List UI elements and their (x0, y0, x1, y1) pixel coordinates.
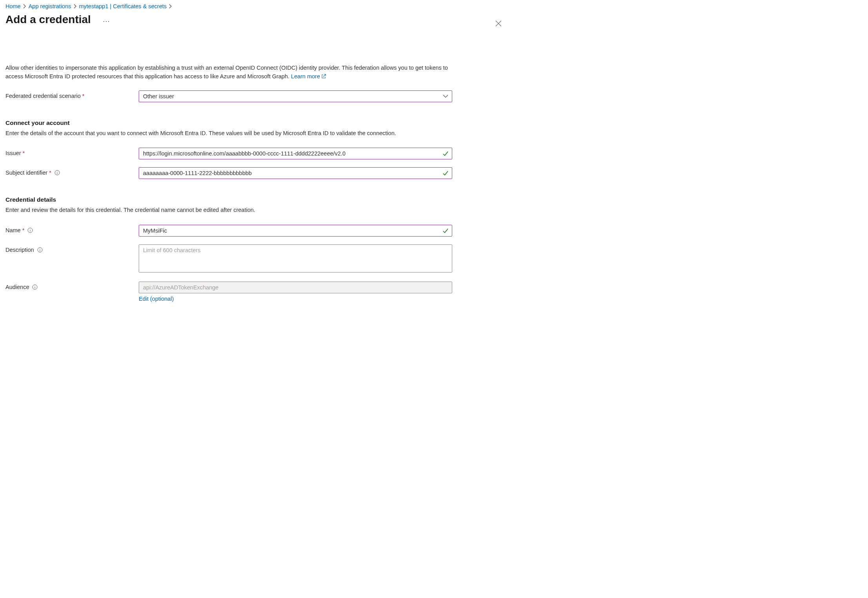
page-title: Add a credential (5, 13, 91, 26)
issuer-input[interactable] (139, 148, 452, 159)
svg-point-8 (40, 248, 40, 249)
chevron-right-icon (74, 4, 77, 9)
name-input[interactable] (139, 225, 452, 237)
breadcrumb-certificates-secrets[interactable]: mytestapp1 | Certificates & secrets (79, 3, 167, 9)
svg-point-5 (30, 229, 31, 229)
subject-identifier-input[interactable] (139, 167, 452, 179)
chevron-right-icon (169, 4, 172, 9)
audience-input (139, 282, 452, 293)
info-icon[interactable] (37, 247, 43, 253)
breadcrumb: Home App registrations mytestapp1 | Cert… (5, 3, 504, 9)
chevron-right-icon (23, 4, 26, 9)
info-icon[interactable] (54, 170, 60, 175)
issuer-label: Issuer (5, 150, 21, 156)
required-indicator: * (23, 150, 25, 156)
name-label: Name (5, 227, 21, 233)
audience-label: Audience (5, 284, 29, 290)
breadcrumb-home[interactable]: Home (5, 3, 21, 9)
scenario-select[interactable]: Other issuer (139, 90, 452, 102)
learn-more-link[interactable]: Learn more (291, 73, 326, 79)
required-indicator: * (49, 170, 51, 176)
description-input[interactable] (139, 244, 452, 273)
learn-more-label: Learn more (291, 73, 320, 79)
section-details-heading: Credential details (5, 196, 504, 203)
svg-point-11 (35, 285, 35, 286)
close-button[interactable] (493, 18, 504, 30)
breadcrumb-app-registrations[interactable]: App registrations (29, 3, 71, 9)
required-indicator: * (22, 227, 25, 233)
info-icon[interactable] (27, 228, 33, 233)
description-label: Description (5, 247, 34, 253)
required-indicator: * (82, 93, 85, 99)
section-details-sub: Enter and review the details for this cr… (5, 206, 448, 214)
section-connect-sub: Enter the details of the account that yo… (5, 129, 448, 137)
audience-edit-link[interactable]: Edit (optional) (139, 296, 174, 302)
intro-body: Allow other identities to impersonate th… (5, 65, 448, 79)
scenario-label: Federated credential scenario (5, 93, 81, 99)
subject-identifier-label: Subject identifier (5, 170, 47, 176)
external-link-icon (321, 74, 326, 79)
close-icon (495, 20, 502, 27)
svg-point-2 (57, 172, 57, 172)
more-actions-button[interactable]: ⋯ (100, 16, 113, 26)
intro-text: Allow other identities to impersonate th… (5, 63, 448, 81)
section-connect-heading: Connect your account (5, 119, 504, 126)
info-icon[interactable] (32, 284, 38, 290)
